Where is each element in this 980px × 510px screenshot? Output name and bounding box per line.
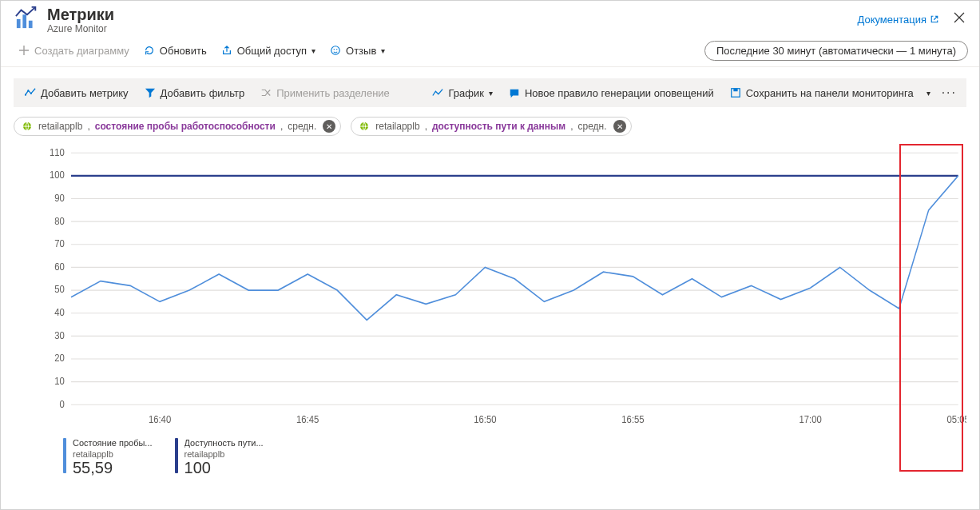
- legend-title: Доступность пути...: [184, 438, 264, 448]
- pill-aggregation: средн.: [577, 121, 606, 132]
- add-filter-button[interactable]: Добавить фильтр: [138, 82, 252, 104]
- pill-resource: retailapplb: [375, 121, 419, 132]
- svg-point-8: [30, 93, 32, 94]
- svg-text:60: 60: [54, 261, 65, 273]
- chevron-down-icon: ▾: [489, 89, 493, 98]
- svg-text:40: 40: [54, 307, 65, 319]
- pill-aggregation: средн.: [288, 121, 316, 132]
- svg-rect-2: [29, 21, 33, 28]
- ellipsis-icon: ···: [942, 86, 957, 99]
- metric-pills: retailapplb, состояние пробы работоспосо…: [14, 107, 966, 144]
- svg-point-7: [27, 90, 29, 91]
- line-chart-icon: [432, 87, 443, 98]
- legend-resource: retailapplb: [73, 449, 113, 459]
- more-options-button[interactable]: ···: [937, 82, 962, 103]
- svg-text:10: 10: [54, 376, 65, 388]
- new-chart-label: Создать диаграмму: [34, 45, 129, 57]
- add-metric-label: Добавить метрику: [41, 87, 129, 99]
- pill-metric: доступность пути к данным: [432, 121, 565, 132]
- legend-item[interactable]: Состояние пробы... retailapplb 55,59: [63, 438, 153, 476]
- legend-color-swatch: [63, 438, 66, 473]
- legend-resource: retailapplb: [184, 449, 225, 459]
- svg-text:16:50: 16:50: [474, 413, 497, 425]
- plus-icon: [18, 45, 30, 56]
- command-bar: Создать диаграмму Обновить Общий доступ …: [1, 36, 979, 67]
- pill-resource: retailapplb: [38, 121, 82, 132]
- new-chart-button[interactable]: Создать диаграмму: [12, 39, 136, 62]
- svg-text:05:05: 05:05: [947, 413, 966, 425]
- filter-icon: [145, 87, 156, 98]
- svg-text:0: 0: [59, 398, 65, 410]
- feedback-button[interactable]: Отзыв ▾: [323, 39, 391, 62]
- legend-value: 55,59: [73, 460, 153, 476]
- chevron-down-icon: ▾: [311, 46, 315, 55]
- save-dashboard-icon: [730, 87, 741, 98]
- chart-type-dropdown[interactable]: График ▾: [426, 82, 498, 104]
- pin-dashboard-label: Сохранить на панели мониторинга: [746, 87, 914, 99]
- svg-text:50: 50: [54, 284, 65, 296]
- svg-text:30: 30: [54, 329, 65, 341]
- documentation-link-label: Документация: [858, 14, 927, 26]
- svg-rect-10: [733, 89, 737, 92]
- close-button[interactable]: [950, 9, 968, 30]
- chart-toolbar: Добавить метрику Добавить фильтр Примени…: [14, 78, 966, 107]
- share-label: Общий доступ: [237, 45, 307, 57]
- feedback-label: Отзыв: [346, 45, 376, 57]
- new-alert-rule-button[interactable]: Новое правило генерации оповещений: [502, 82, 720, 104]
- share-button[interactable]: Общий доступ ▾: [215, 39, 322, 62]
- new-alert-rule-label: Новое правило генерации оповещений: [525, 87, 714, 99]
- page-subtitle: Azure Monitor: [47, 23, 858, 34]
- remove-pill-button[interactable]: ✕: [613, 120, 626, 133]
- svg-text:16:55: 16:55: [621, 413, 645, 425]
- chart-legend: Состояние пробы... retailapplb 55,59 Дос…: [14, 432, 966, 476]
- refresh-button[interactable]: Обновить: [137, 39, 213, 62]
- svg-point-3: [331, 46, 340, 55]
- add-filter-label: Добавить фильтр: [161, 87, 245, 99]
- svg-text:100: 100: [50, 169, 65, 181]
- time-range-label: Последние 30 минут (автоматически — 1 ми…: [716, 45, 956, 57]
- svg-text:16:40: 16:40: [149, 413, 172, 425]
- svg-point-5: [336, 49, 337, 50]
- svg-rect-0: [17, 19, 21, 28]
- svg-rect-1: [22, 14, 26, 28]
- svg-text:17:00: 17:00: [799, 413, 822, 425]
- share-icon: [221, 45, 232, 56]
- apply-splitting-button[interactable]: Применить разделение: [254, 82, 396, 104]
- chart-type-label: График: [448, 87, 483, 99]
- split-icon: [260, 87, 272, 98]
- time-range-picker[interactable]: Последние 30 минут (автоматически — 1 ми…: [704, 41, 968, 61]
- remove-pill-button[interactable]: ✕: [323, 120, 335, 133]
- legend-color-swatch: [175, 438, 178, 473]
- chevron-down-icon: ▾: [926, 89, 930, 98]
- resource-icon: [358, 120, 371, 133]
- external-link-icon: [930, 14, 939, 24]
- add-metric-icon: [25, 87, 36, 98]
- refresh-label: Обновить: [160, 45, 207, 57]
- line-chart[interactable]: 010203040506070809010011016:4016:4516:50…: [14, 144, 966, 432]
- svg-text:16:45: 16:45: [296, 413, 319, 425]
- legend-value: 100: [184, 460, 264, 476]
- metric-pill[interactable]: retailapplb, доступность пути к данным, …: [351, 117, 631, 136]
- svg-text:110: 110: [50, 146, 65, 158]
- chevron-down-icon: ▾: [381, 46, 385, 55]
- svg-text:70: 70: [54, 238, 65, 250]
- svg-text:90: 90: [54, 192, 65, 204]
- alert-icon: [509, 87, 520, 98]
- apply-splitting-label: Применить разделение: [276, 87, 390, 99]
- resource-icon: [21, 120, 34, 133]
- svg-point-4: [334, 49, 335, 50]
- add-metric-button[interactable]: Добавить метрику: [18, 82, 135, 104]
- smiley-icon: [330, 45, 341, 56]
- metric-pill[interactable]: retailapplb, состояние пробы работоспосо…: [14, 117, 341, 136]
- svg-text:80: 80: [54, 215, 65, 227]
- pin-dashboard-more[interactable]: ▾: [923, 82, 934, 104]
- chart-area: 010203040506070809010011016:4016:4516:50…: [14, 144, 966, 496]
- legend-title: Состояние пробы...: [73, 438, 153, 448]
- pin-dashboard-button[interactable]: Сохранить на панели мониторинга: [724, 82, 920, 104]
- svg-text:20: 20: [54, 353, 65, 365]
- legend-item[interactable]: Доступность пути... retailapplb 100: [175, 438, 264, 476]
- documentation-link[interactable]: Документация: [858, 14, 940, 26]
- close-icon: [954, 12, 965, 23]
- metrics-icon: [15, 6, 39, 32]
- page-title: Метрики: [47, 6, 858, 23]
